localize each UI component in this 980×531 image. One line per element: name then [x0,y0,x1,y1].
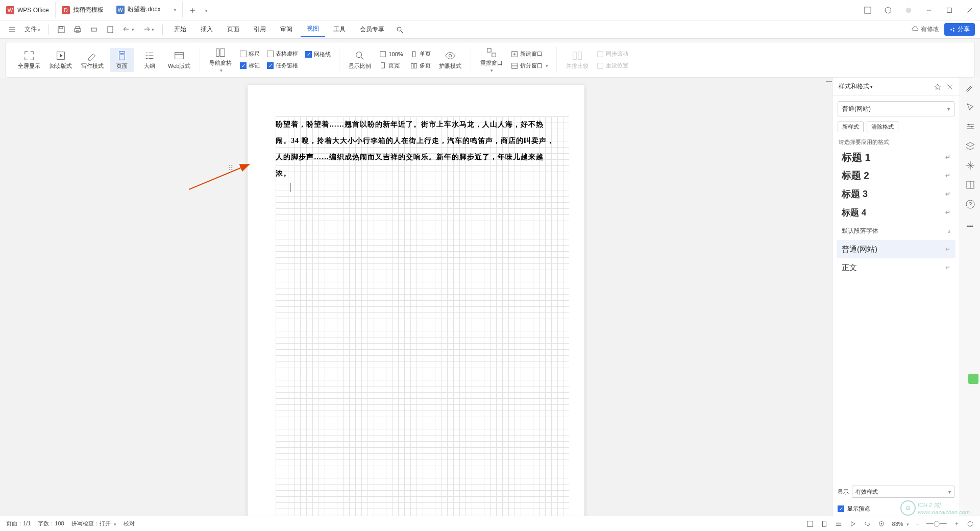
zoom-scale-button[interactable]: 显示比例 [346,48,374,72]
titlebar-app-icon[interactable] [857,0,878,20]
sb-layout-icon[interactable] [806,520,814,527]
zoom-in-button[interactable]: ＋ [954,520,960,527]
tab-reference[interactable]: 引用 [248,22,272,37]
page-view-button[interactable]: 页面 [110,48,134,72]
share-button[interactable]: 分享 [944,23,975,36]
page-indicator[interactable]: 页面：1/1 [6,520,31,527]
tab-close-icon[interactable]: • [174,6,176,14]
sb-link-icon[interactable] [864,520,871,527]
cursor-icon[interactable] [965,102,975,112]
show-filter-select[interactable]: 有效样式▾ [852,486,954,498]
new-style-button[interactable]: 新样式 [838,122,864,132]
more-icon[interactable]: ••• [965,222,975,232]
web-view-button[interactable]: Web版式 [165,48,193,72]
style-item[interactable]: 默认段落字体a [837,222,955,240]
zoom-value[interactable]: 83% [892,521,909,527]
single-page-button[interactable]: 单页 [408,49,433,59]
tab-template[interactable]: D 找稻壳模板 [56,2,110,18]
book-icon[interactable] [965,180,975,190]
save-icon[interactable] [54,23,68,36]
sb-list-icon[interactable] [835,520,842,527]
wps-logo-icon: W [6,6,14,14]
layers-icon[interactable] [965,141,975,151]
sparkle-icon[interactable] [965,160,975,171]
eyecare-button[interactable]: 护眼模式 [436,48,464,72]
style-item[interactable]: 普通(网站)↵ [837,240,955,258]
tab-wps-home[interactable]: W WPS Office [0,2,56,18]
window-minimize[interactable] [919,0,939,20]
ruler-checkbox[interactable]: 标尺 [238,49,262,59]
fullscreen-button[interactable]: 全屏显示 [15,48,43,72]
tab-list-dropdown[interactable] [204,7,208,14]
svg-point-38 [968,124,969,126]
tab-start[interactable]: 开始 [168,22,192,37]
style-item[interactable]: 标题 2↵ [837,166,955,185]
redo-button[interactable] [139,23,157,36]
pencil-icon[interactable] [965,83,975,93]
sb-focus-icon[interactable] [878,520,885,527]
gridline-checkbox[interactable]: ✓网格线 [303,50,333,59]
search-icon[interactable] [393,23,407,36]
export-icon[interactable] [103,23,117,36]
new-window-button[interactable]: 新建窗口 [509,49,550,59]
tab-member[interactable]: 会员专享 [354,22,390,37]
style-item[interactable]: 标题 4↵ [837,203,955,222]
sb-page-icon[interactable] [821,520,828,527]
svg-marker-11 [60,54,63,57]
undo-button[interactable] [119,23,137,36]
titlebar-cube-icon[interactable] [878,0,898,20]
tab-review[interactable]: 审阅 [274,22,299,37]
file-menu[interactable]: 文件 [21,23,43,36]
current-style-select[interactable]: 普通(网站) ▾ [838,101,954,116]
document-canvas[interactable]: 盼望着，盼望着……翘首以盼的新年近了。街市上车水马龙，人山人海，好不热闹。34 … [0,78,832,516]
style-item[interactable]: 正文↵ [837,258,955,277]
word-count[interactable]: 字数：108 [38,520,64,527]
zoom-slider-icon[interactable]: ━━◯━━ [926,520,947,527]
mark-checkbox[interactable]: ✓标记 [238,61,262,70]
tab-insert[interactable]: 插入 [194,22,219,37]
split-window-button[interactable]: 拆分窗口 [509,61,550,70]
tab-page[interactable]: 页面 [221,22,246,37]
svg-rect-25 [414,63,416,68]
hamburger-menu-icon[interactable] [5,23,19,36]
tab-document[interactable]: W 盼望着.docx • [110,2,183,18]
window-maximize[interactable] [939,0,960,20]
panel-minimize-icon[interactable]: — [826,78,832,87]
clear-format-button[interactable]: 清除格式 [867,122,898,132]
task-pane-checkbox[interactable]: ✓任务窗格 [265,61,300,70]
settings-icon[interactable] [965,122,975,132]
style-item[interactable]: 标题 1↵ [837,148,955,166]
table-frame-checkbox[interactable]: 表格虚框 [265,49,300,59]
zoom-100-button[interactable]: 100% [377,50,405,59]
titlebar-avatar-icon[interactable] [898,0,919,20]
spell-check-status[interactable]: 拼写检查：打开 [71,520,116,527]
proof-status[interactable]: 校对 [124,520,135,527]
nav-pane-button[interactable]: 导航窗格 [206,45,235,75]
read-mode-button[interactable]: 阅读版式 [46,48,75,72]
svg-marker-46 [851,521,855,526]
paragraph-handle-icon[interactable]: ⠿ [228,164,232,172]
print-preview-icon[interactable] [70,23,85,36]
write-mode-button[interactable]: 写作模式 [78,48,107,72]
zoom-out-button[interactable]: − [916,521,919,527]
pin-icon[interactable] [934,83,941,90]
style-item[interactable]: 标题 3↵ [837,185,955,203]
help-icon[interactable]: ? [965,199,975,209]
window-close[interactable] [960,0,980,20]
page[interactable]: 盼望着，盼望着……翘首以盼的新年近了。街市上车水马龙，人山人海，好不热闹。34 … [248,85,584,516]
svg-rect-18 [220,49,225,56]
arrange-window-button[interactable]: 重排窗口 [477,45,506,75]
tab-tools[interactable]: 工具 [327,22,352,37]
sb-play-icon[interactable] [849,520,856,527]
panel-title: 样式和格式 [839,82,869,91]
panel-close-icon[interactable] [946,83,953,90]
expand-icon[interactable] [967,520,974,527]
multi-page-button[interactable]: 多页 [408,61,433,70]
new-tab-button[interactable]: ＋ [183,4,202,16]
print-icon[interactable] [87,23,101,36]
outline-button[interactable]: 大纲 [137,48,162,72]
document-paragraph[interactable]: 盼望着，盼望着……翘首以盼的新年近了。街市上车水马龙，人山人海，好不热闹。34 … [276,116,556,182]
cloud-status[interactable]: 有修改 [912,25,939,34]
page-width-button[interactable]: 页宽 [377,61,405,70]
tab-view[interactable]: 视图 [301,21,325,37]
